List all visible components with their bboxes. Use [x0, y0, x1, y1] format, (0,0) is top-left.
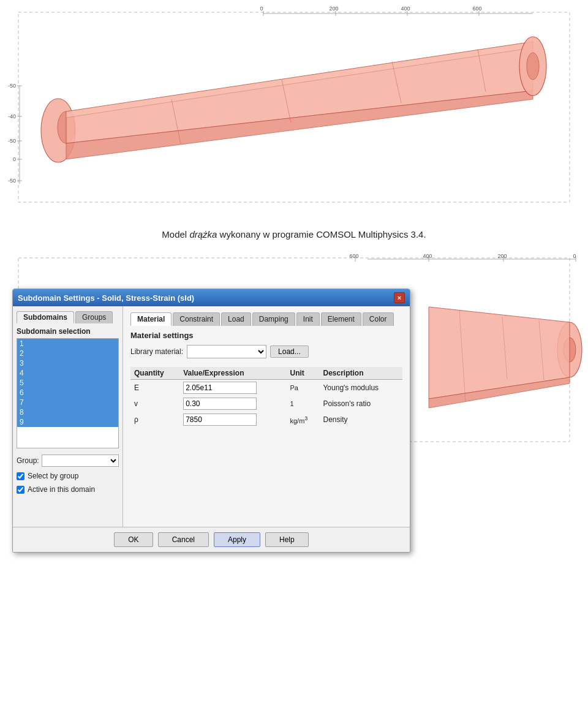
group-label: Group: [17, 456, 39, 465]
dialog-titlebar: Subdomain Settings - Solid, Stress-Strai… [13, 289, 410, 306]
tab-constraint[interactable]: Constraint [173, 312, 220, 326]
library-material-label: Library material: [130, 347, 183, 356]
subdomain-item-9[interactable]: 9 [17, 417, 118, 427]
tab-subdomains[interactable]: Subdomains [17, 311, 74, 323]
table-row: E Pa Young's modulus [130, 380, 402, 396]
subdomain-item-7[interactable]: 7 [17, 398, 118, 407]
svg-text:0: 0 [260, 6, 263, 12]
select-by-group-row: Select by group [17, 472, 119, 480]
svg-text:200: 200 [329, 6, 338, 12]
ok-button[interactable]: OK [114, 532, 153, 547]
svg-text:-40: -40 [8, 113, 16, 119]
svg-text:400: 400 [423, 253, 432, 259]
top-model-svg: 0 200 400 600 -50 -40 -50 0 -50 [0, 0, 588, 221]
svg-text:200: 200 [497, 253, 507, 259]
dialog-close-button[interactable]: × [394, 292, 405, 303]
subdomain-item-8[interactable]: 8 [17, 407, 118, 417]
svg-text:-50: -50 [8, 138, 16, 144]
tab-color[interactable]: Color [363, 312, 394, 326]
group-row: Group: [17, 455, 119, 467]
svg-text:400: 400 [401, 6, 410, 12]
svg-text:600: 600 [472, 6, 481, 12]
active-in-domain-row: Active in this domain [17, 485, 119, 494]
cancel-button[interactable]: Cancel [158, 532, 209, 547]
subdomain-selection-label: Subdomain selection [17, 327, 119, 336]
dialog-left-panel: Subdomains Groups Subdomain selection 1 … [13, 306, 123, 527]
active-in-domain-checkbox[interactable] [17, 486, 24, 494]
value-rho-input[interactable] [183, 413, 257, 426]
right-tabs: Material Constraint Load Damping Init El… [130, 312, 402, 326]
table-row: v 1 Poisson's ratio [130, 396, 402, 412]
quantity-E: E [130, 380, 179, 396]
top-caption: Model drążka wykonany w programie COMSOL… [0, 221, 588, 252]
dialog-body: Subdomains Groups Subdomain selection 1 … [13, 306, 410, 527]
subdomain-tabs: Subdomains Groups [17, 311, 119, 323]
dialog-overlay: Subdomain Settings - Solid, Stress-Strai… [12, 289, 410, 553]
unit-E: Pa [287, 380, 320, 396]
caption-suffix: wykonany w programie COMSOL Multiphysics… [217, 229, 426, 240]
subdomain-listbox[interactable]: 1 2 3 4 5 6 7 8 9 [17, 338, 119, 448]
col-header-quantity: Quantity [130, 367, 179, 380]
select-by-group-checkbox[interactable] [17, 472, 24, 480]
svg-text:600: 600 [349, 253, 358, 259]
subdomain-item-5[interactable]: 5 [17, 378, 118, 388]
select-by-group-label: Select by group [28, 472, 78, 480]
value-rho-cell [179, 412, 286, 428]
subdomain-item-2[interactable]: 2 [17, 349, 118, 358]
col-header-value: Value/Expression [179, 367, 286, 380]
value-E-cell [179, 380, 286, 396]
table-row: ρ kg/m3 Density [130, 412, 402, 428]
svg-text:-50: -50 [8, 178, 16, 184]
caption-italic: drążka [189, 229, 217, 240]
col-header-unit: Unit [287, 367, 320, 380]
tab-init[interactable]: Init [296, 312, 320, 326]
subdomain-item-1[interactable]: 1 [17, 339, 118, 349]
library-material-dropdown[interactable] [187, 345, 266, 358]
subdomain-item-4[interactable]: 4 [17, 368, 118, 378]
svg-text:0: 0 [13, 156, 16, 162]
tab-damping[interactable]: Damping [252, 312, 295, 326]
subdomain-item-6[interactable]: 6 [17, 388, 118, 398]
tab-element[interactable]: Element [321, 312, 361, 326]
value-v-input[interactable] [183, 398, 257, 410]
dialog-title: Subdomain Settings - Solid, Stress-Strai… [18, 293, 194, 303]
subdomain-item-3[interactable]: 3 [17, 358, 118, 368]
svg-text:0: 0 [573, 253, 576, 259]
description-E: Young's modulus [319, 380, 402, 396]
subdomain-settings-dialog: Subdomain Settings - Solid, Stress-Strai… [12, 289, 410, 553]
bottom-section: 0 200 400 600 x [0, 252, 588, 460]
tab-load[interactable]: Load [221, 312, 251, 326]
svg-point-27 [527, 53, 539, 80]
quantity-v: v [130, 396, 179, 412]
value-E-input[interactable] [183, 382, 257, 394]
material-table: Quantity Value/Expression Unit Descripti… [130, 367, 402, 428]
tab-material[interactable]: Material [130, 312, 172, 326]
quantity-rho: ρ [130, 412, 179, 428]
unit-v: 1 [287, 396, 320, 412]
help-button[interactable]: Help [265, 532, 309, 547]
value-v-cell [179, 396, 286, 412]
caption-prefix: Model [162, 229, 189, 240]
col-header-description: Description [319, 367, 402, 380]
unit-rho: kg/m3 [287, 412, 320, 428]
description-v: Poisson's ratio [319, 396, 402, 412]
library-row: Library material: Load... [130, 345, 402, 358]
svg-text:-50: -50 [8, 83, 16, 89]
tab-groups[interactable]: Groups [75, 311, 113, 323]
dialog-right-panel: Material Constraint Load Damping Init El… [123, 306, 410, 527]
top-model-area: 0 200 400 600 -50 -40 -50 0 -50 [0, 0, 588, 221]
active-in-domain-label: Active in this domain [28, 485, 95, 494]
load-button[interactable]: Load... [270, 345, 309, 358]
apply-button[interactable]: Apply [214, 532, 260, 547]
dialog-footer: OK Cancel Apply Help [13, 527, 410, 552]
material-settings-label: Material settings [130, 331, 402, 340]
group-dropdown[interactable] [42, 455, 119, 467]
description-rho: Density [319, 412, 402, 428]
